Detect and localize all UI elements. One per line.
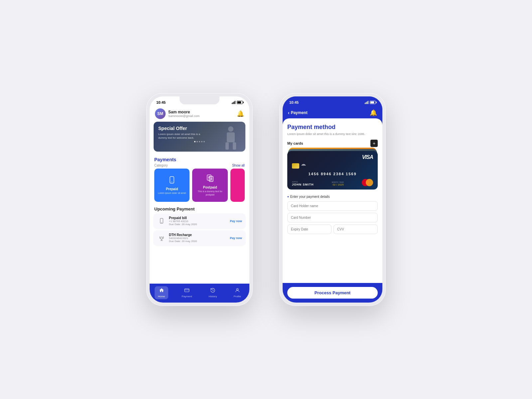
contactless-icon [301,163,306,169]
dth-icon [157,233,166,243]
card-holder-name: JOHN SMITH [292,183,314,186]
notification-bell-icon[interactable]: 🔔 [237,110,244,117]
mastercard-logo [362,179,373,186]
nav-home-label: Home [158,295,165,298]
postpaid-label: Postpaid [203,186,217,189]
payment-method-title: Payment method [287,124,378,131]
avatar: SM [155,108,166,119]
dth-details: DTH Recharge 5403246413321 Due Date: 26 … [169,233,230,243]
nav-payment-label: Payment [182,295,192,298]
svg-rect-2 [225,142,229,150]
document-icon [206,174,214,184]
card-number-display: 1456 8946 2384 1569 [292,172,373,176]
signal-icon [232,101,235,104]
mastercard-yellow-circle [366,179,373,186]
extra-card[interactable] [230,169,245,202]
dth-number: 5403246413321 [169,237,230,240]
bottom-nav-1: Home Payment History [150,284,249,303]
expiry-cvv-row [287,224,378,236]
phone-payment: 10:45 ‹ Payment [279,93,386,306]
prepaid-bill-details: Prepaid bill +1 98765 43210 Due Date: 26… [169,216,230,226]
show-all-link[interactable]: Show all [232,164,245,167]
user-email: Sammoore@gmail.com [168,114,200,118]
user-name: Sam moore [168,110,200,114]
my-cards-label: My cards [287,141,303,145]
upcoming-payment-title: Upcoming Payment [150,205,249,213]
expiry-label: MONTH / YEAR [332,181,344,183]
cvv-input[interactable] [333,224,378,234]
payments-section-header: Payments [150,155,249,164]
notch-2 [313,96,352,104]
nav-home[interactable]: Home [155,286,168,299]
nav-history[interactable]: History [205,286,220,299]
nav-history-label: History [209,295,217,298]
battery-icon-2 [370,101,376,104]
card-bottom: APFD JOHN SMITH MONTH / YEAR 02 / 2025 [292,179,373,186]
prepaid-label: Prepaid [166,187,178,191]
avatar-initials: SM [157,111,163,116]
visa-logo: VISA [362,154,373,160]
postpaid-desc: This is a dummy text for postpaid [195,190,225,196]
pay-now-dth-button[interactable]: Pay now [230,236,242,240]
notification-bell-icon-2[interactable]: 🔔 [370,109,377,116]
category-cards: Prepaid Lorem ipsum doler sit amet [150,169,249,205]
prepaid-desc: Lorem ipsum doler sit amet [158,192,186,195]
details-label: Enter your payment details [287,195,378,199]
user-info: SM Sam moore Sammoore@gmail.com [155,108,200,119]
pay-now-prepaid-button[interactable]: Pay now [230,219,242,223]
prepaid-bill-number: +1 98765 43210 [169,220,230,223]
back-arrow-icon: ‹ [288,110,290,115]
prepaid-bill-name: Prepaid bill [169,216,230,220]
payments-title: Payments [154,157,176,162]
category-label: Category [154,164,168,167]
back-label: Payment [291,110,308,115]
special-offer-banner[interactable]: Special Offer Lorem ipsum doler sit amet… [154,122,245,152]
status-icons [232,101,243,104]
payment-body: Payment method Lorem ipsum doler sit ame… [283,118,382,303]
battery-icon [237,101,243,104]
add-icon: + [373,141,375,146]
phone-home: 10:45 SM [146,93,253,306]
prepaid-bill-due: Due Date: 26 may 2020 [169,223,230,226]
nav-payment[interactable]: Payment [178,286,196,299]
expiry-value: 02 / 2025 [332,183,344,186]
home-icon [159,288,164,294]
card-expiry-info: MONTH / YEAR 02 / 2025 [332,181,344,186]
phone-icon [168,176,176,186]
card-holder-info: APFD JOHN SMITH [292,181,314,186]
payment-item-prepaid[interactable]: Prepaid bill +1 98765 43210 Due Date: 26… [154,213,245,228]
dth-name: DTH Recharge [169,233,230,237]
payment-details-form: Enter your payment details [287,195,378,236]
dth-due: Due Date: 26 may 2020 [169,240,230,243]
process-payment-button[interactable]: Process Payment [287,287,378,299]
credit-card-main[interactable]: VISA [287,151,378,190]
prepaid-card[interactable]: Prepaid Lorem ipsum doler sit amet [154,169,190,202]
card-top: VISA [292,154,373,160]
status-icons-2 [365,101,376,104]
expiry-date-input[interactable] [287,224,332,234]
time-display: 10:45 [156,100,166,104]
time-display-2: 10:45 [289,100,299,104]
postpaid-card[interactable]: Postpaid This is a dummy text for postpa… [192,169,227,202]
svg-point-10 [210,178,212,180]
back-button[interactable]: ‹ Payment [288,110,308,115]
svg-point-13 [161,237,163,239]
payment-item-dth[interactable]: DTH Recharge 5403246413321 Due Date: 26 … [154,230,245,245]
nav-profile[interactable]: Profile [230,286,244,299]
svg-point-0 [228,126,233,132]
payment-nav-icon [184,288,190,294]
history-icon [210,288,215,294]
banner-figure-icon [221,125,241,152]
svg-point-18 [236,289,238,290]
card-chip-area [292,163,373,169]
banner-text: Lorem ipsum doler sit amet this is a dum… [158,132,208,140]
my-cards-header: My cards + [287,140,378,147]
add-card-button[interactable]: + [370,140,378,147]
process-payment-section: Process Payment [283,283,382,303]
svg-point-12 [161,222,162,223]
card-holder-input[interactable] [287,201,378,211]
svg-rect-1 [227,132,235,142]
card-stack: VISA [287,150,378,190]
nav-profile-label: Profile [233,295,241,298]
card-number-input[interactable] [287,213,378,222]
